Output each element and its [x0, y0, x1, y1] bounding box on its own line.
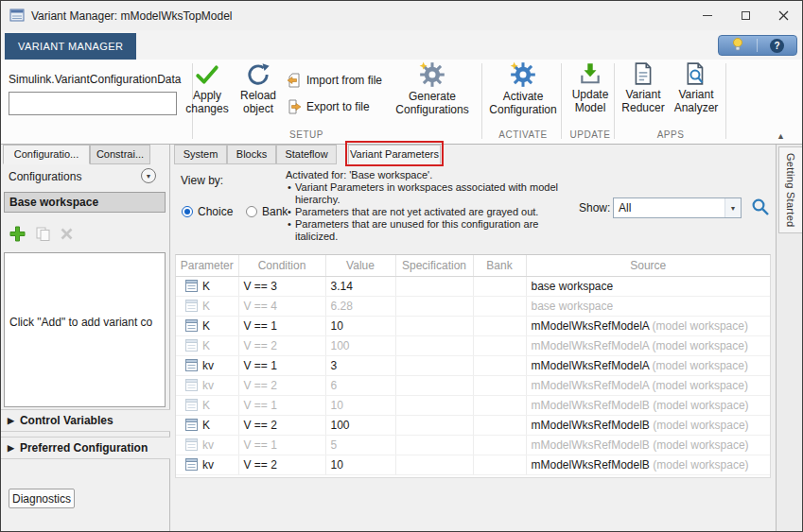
tab-system[interactable]: System	[174, 145, 227, 164]
cell-source: base workspace	[526, 276, 770, 296]
tab-constraints[interactable]: Constrai...	[90, 145, 150, 164]
col-parameter[interactable]: Parameter	[176, 255, 238, 276]
getting-started-tab[interactable]: Getting Started	[778, 146, 803, 233]
parameter-icon	[185, 359, 198, 371]
parameter-icon	[185, 438, 198, 451]
radio-choice-label: Choice	[198, 205, 233, 218]
show-label: Show:	[579, 201, 610, 215]
cell-specification	[395, 415, 473, 435]
cell-bank	[473, 355, 526, 375]
variant-analyzer-button[interactable]: Variant Analyzer	[669, 61, 724, 114]
table-row[interactable]: KV == 46.28base workspace	[176, 296, 770, 316]
tab-configurations[interactable]: Configuratio...	[3, 145, 90, 164]
cell-value: 3.14	[325, 276, 395, 296]
table-row[interactable]: KV == 33.14base workspace	[176, 276, 770, 296]
collapse-ribbon-arrow[interactable]: ▲	[777, 131, 785, 141]
cell-specification	[395, 316, 473, 335]
generate-configurations-button[interactable]: Generate Configurations	[393, 61, 472, 116]
cell-specification	[395, 276, 473, 296]
quick-access-pill: ?	[718, 35, 797, 56]
table-row[interactable]: KV == 2100mModelWksRefModelA (model work…	[176, 335, 770, 355]
cell-value: 3	[325, 355, 395, 375]
radio-choice-indicator	[182, 206, 193, 217]
cell-value: 10	[325, 395, 395, 415]
button-label: Export to file	[306, 100, 370, 113]
activate-configuration-button[interactable]: Activate Configuration	[485, 61, 561, 116]
help-icon[interactable]: ?	[770, 39, 784, 53]
radio-bank[interactable]: Bank	[246, 205, 288, 218]
cell-specification	[395, 455, 473, 474]
col-bank[interactable]: Bank	[473, 255, 526, 276]
cell-condition: V == 3	[238, 276, 325, 296]
info-text: Activated for: 'Base workspace'. Variant…	[286, 169, 567, 243]
update-model-button[interactable]: Update Model	[565, 61, 616, 114]
table-row[interactable]: KV == 110mModelWksRefModelA (model works…	[176, 316, 770, 335]
col-value[interactable]: Value	[325, 255, 395, 276]
cell-parameter: K	[176, 276, 238, 296]
table-row[interactable]: kvV == 15mModelWksRefModelB (model works…	[176, 435, 770, 455]
add-configuration-button[interactable]	[9, 225, 26, 246]
col-condition[interactable]: Condition	[238, 255, 325, 276]
table-row[interactable]: KV == 110mModelWksRefModelB (model works…	[176, 395, 770, 415]
col-source[interactable]: Source	[526, 255, 770, 276]
app-icon	[9, 8, 25, 26]
tab-blocks[interactable]: Blocks	[227, 145, 276, 164]
button-label: Apply changes	[183, 89, 232, 115]
minimize-button[interactable]	[689, 1, 726, 30]
parameter-icon	[185, 280, 198, 292]
cell-bank	[473, 375, 526, 395]
button-label: Import from file	[306, 74, 382, 87]
close-button[interactable]	[764, 1, 802, 30]
cell-bank	[473, 335, 526, 355]
table-row[interactable]: kvV == 26mModelWksRefModelA (model works…	[176, 375, 770, 395]
variant-reducer-icon	[632, 61, 655, 86]
delete-icon	[60, 227, 74, 241]
section-preferred-configuration[interactable]: ▶ Preferred Configuration	[1, 437, 170, 459]
cell-condition: V == 2	[238, 455, 325, 474]
button-label: Variant Analyzer	[669, 88, 724, 114]
radio-choice[interactable]: Choice	[182, 205, 233, 218]
table-row[interactable]: KV == 2100mModelWksRefModelB (model work…	[176, 415, 770, 435]
variant-reducer-button[interactable]: Variant Reducer	[618, 61, 669, 114]
diagnostics-button[interactable]: Diagnostics	[9, 489, 75, 508]
view-by-label: View by:	[181, 174, 223, 187]
tab-stateflow[interactable]: Stateflow	[276, 145, 337, 164]
cell-condition: V == 4	[238, 296, 325, 316]
section-label-update: UPDATE	[565, 129, 616, 143]
cell-condition: V == 2	[238, 375, 325, 395]
table-row[interactable]: kvV == 13mModelWksRefModelA (model works…	[176, 355, 770, 375]
workspace-item-base-workspace[interactable]: Base workspace	[4, 192, 166, 213]
cell-value: 100	[325, 415, 395, 435]
section-control-variables[interactable]: ▶ Control Variables	[1, 409, 170, 432]
reload-object-button[interactable]: Reload object	[234, 62, 283, 115]
variant-configurations-list[interactable]: Click "Add" to add variant co	[4, 252, 166, 407]
check-icon	[195, 62, 219, 87]
configurations-dropdown-button[interactable]: ▼	[141, 168, 156, 183]
delete-configuration-button[interactable]	[60, 227, 74, 244]
tab-variant-manager[interactable]: VARIANT MANAGER	[5, 33, 136, 60]
cell-value: 10	[325, 316, 395, 335]
main-panel: System Blocks Stateflow Variant Paramete…	[170, 145, 776, 532]
cell-specification	[395, 395, 473, 415]
copy-configuration-button[interactable]	[35, 226, 51, 245]
table-row[interactable]: kvV == 210mModelWksRefModelB (model work…	[176, 455, 770, 474]
parameters-table: Parameter Condition Value Specification …	[176, 255, 770, 475]
maximize-button[interactable]	[726, 1, 764, 30]
activated-for-text: Activated for: 'Base workspace'.	[286, 169, 567, 181]
view-by-panel: View by: Choice Bank Activated for: 'Bas…	[170, 164, 776, 254]
lightbulb-icon[interactable]	[731, 37, 744, 55]
export-to-file-button[interactable]: Export to file	[287, 99, 370, 114]
tab-variant-parameters[interactable]: Variant Parameters	[348, 145, 441, 164]
parameter-icon	[185, 458, 198, 471]
chevron-down-icon: ▼	[724, 198, 741, 217]
cell-source: mModelWksRefModelB (model workspace)	[526, 455, 770, 474]
cell-value: 100	[325, 335, 395, 355]
apply-changes-button[interactable]: Apply changes	[183, 62, 232, 115]
info-bullet: Parameters that are unused for this conf…	[286, 218, 567, 243]
show-filter-dropdown[interactable]: All ▼	[613, 197, 742, 218]
search-button[interactable]	[749, 196, 772, 218]
class-name-input[interactable]	[9, 92, 177, 115]
generate-gear-icon	[419, 61, 445, 88]
col-specification[interactable]: Specification	[395, 255, 473, 276]
import-from-file-button[interactable]: Import from file	[287, 73, 382, 88]
